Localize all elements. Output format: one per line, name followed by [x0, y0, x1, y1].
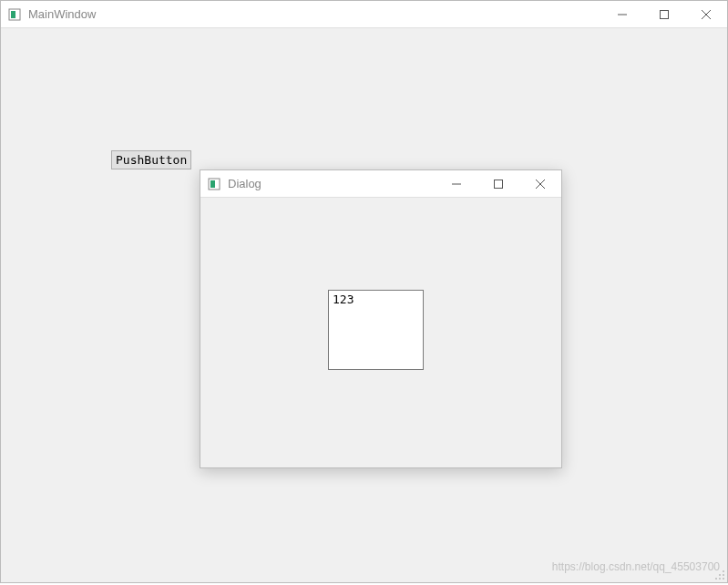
- svg-rect-7: [210, 180, 215, 188]
- app-icon: [8, 8, 21, 21]
- dialog-titlebar[interactable]: Dialog: [200, 170, 561, 198]
- close-button[interactable]: [519, 170, 561, 197]
- svg-rect-1: [11, 11, 15, 18]
- app-icon: [208, 178, 220, 190]
- dialog-window-controls: [436, 170, 561, 197]
- svg-point-12: [723, 570, 724, 572]
- svg-point-15: [715, 578, 717, 580]
- main-window-title: MainWindow: [28, 7, 96, 21]
- svg-point-16: [719, 578, 721, 580]
- maximize-button[interactable]: [477, 170, 519, 197]
- svg-point-13: [719, 574, 721, 576]
- svg-point-17: [723, 578, 724, 580]
- push-button[interactable]: PushButton: [111, 150, 191, 169]
- main-window-controls: [601, 1, 727, 27]
- svg-point-14: [723, 574, 724, 576]
- main-titlebar[interactable]: MainWindow: [1, 1, 727, 28]
- svg-rect-9: [495, 180, 503, 188]
- dialog-title: Dialog: [228, 177, 261, 190]
- main-client-area: PushButton Dialog: [1, 28, 727, 582]
- minimize-button[interactable]: [436, 170, 477, 197]
- dialog-window: Dialog 123: [200, 169, 562, 468]
- resize-grip-icon[interactable]: [714, 570, 725, 580]
- watermark-text: https://blog.csdn.net/qq_45503700: [552, 560, 720, 573]
- close-button[interactable]: [685, 1, 727, 27]
- dialog-client-area: 123: [200, 198, 561, 467]
- svg-rect-3: [661, 10, 669, 18]
- maximize-button[interactable]: [643, 1, 685, 27]
- main-window: MainWindow PushButton: [0, 0, 728, 583]
- minimize-button[interactable]: [601, 1, 643, 27]
- text-edit[interactable]: 123: [328, 290, 424, 370]
